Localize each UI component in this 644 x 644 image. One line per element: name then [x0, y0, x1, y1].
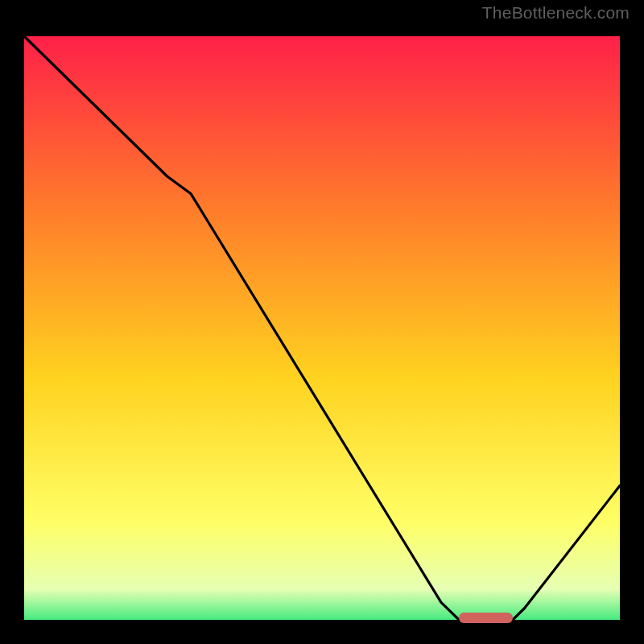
chart-frame: [12, 24, 632, 632]
watermark-text: TheBottleneck.com: [482, 3, 630, 23]
optimal-range-marker: [459, 613, 513, 623]
bottleneck-chart: [12, 24, 632, 632]
